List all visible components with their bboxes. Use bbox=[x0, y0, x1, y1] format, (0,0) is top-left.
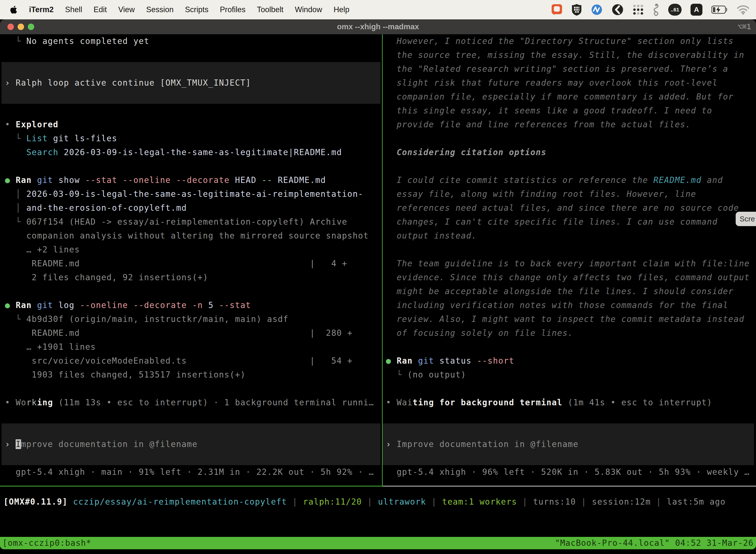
terminal-line: companion analysis without altering the … bbox=[5, 229, 382, 243]
text-segment: --stat bbox=[85, 175, 123, 185]
squiggle-icon[interactable] bbox=[653, 3, 659, 16]
text-segment: changes, I can't cite specific file line… bbox=[386, 217, 717, 227]
text-segment: this single essay, it seems like a good … bbox=[386, 106, 712, 115]
prompt-input-right[interactable]: › Improve documentation in @filename bbox=[383, 424, 754, 465]
text-segment: --oneline bbox=[123, 175, 176, 185]
battery-icon[interactable] bbox=[711, 5, 728, 14]
text-segment: 5 bbox=[208, 300, 219, 310]
terminal-line: └ 4b9d30f (origin/main, instructkr/main,… bbox=[5, 312, 382, 326]
text-segment bbox=[5, 148, 26, 157]
prompt-input-left[interactable]: › Improve documentation in @filename bbox=[1, 424, 380, 465]
notification-sliver[interactable]: Scre bbox=[736, 212, 756, 226]
wifi-icon[interactable] bbox=[737, 5, 750, 15]
terminal-line: evidence. Since this change only affects… bbox=[386, 271, 756, 284]
terminal-line: output instead. bbox=[386, 229, 756, 243]
terminal-line bbox=[386, 243, 756, 257]
terminal-line: I could cite commit statistics or refere… bbox=[386, 173, 756, 187]
text-segment: The team guideline is to back every impo… bbox=[386, 259, 750, 268]
ralph-inject-box: › Ralph loop active continue [OMX_TMUX_I… bbox=[1, 62, 380, 104]
shield-grid-icon[interactable] bbox=[571, 3, 582, 16]
menu-item-window[interactable]: Window bbox=[289, 5, 328, 14]
text-segment: of focusing solely on file lines. bbox=[386, 328, 573, 338]
terminal-line bbox=[5, 382, 382, 396]
text-segment: • bbox=[386, 398, 397, 407]
text-segment: └ bbox=[5, 314, 26, 324]
menu-item-shell[interactable]: Shell bbox=[59, 5, 88, 14]
menu-item-edit[interactable]: Edit bbox=[88, 5, 112, 14]
terminal-line: Considering citation options bbox=[386, 146, 756, 159]
menu-item-help[interactable]: Help bbox=[328, 5, 355, 14]
terminal-line: ● Ran git log --oneline --decorate -n 5 … bbox=[5, 298, 382, 312]
text-segment: git bbox=[37, 175, 58, 185]
text-segment: Wo bbox=[16, 398, 26, 407]
gauge-badge[interactable]: ..61 bbox=[668, 4, 682, 16]
text-segment: git bbox=[37, 300, 58, 310]
omx-status-segment: last:5m ago bbox=[667, 497, 726, 507]
blue-pulse-icon[interactable] bbox=[591, 4, 603, 16]
terminal-line: › Ralph loop active continue [OMX_TMUX_I… bbox=[5, 76, 251, 90]
terminal-line bbox=[5, 48, 382, 62]
text-segment: Ran bbox=[397, 356, 418, 366]
text-cursor: I bbox=[16, 439, 21, 449]
apple-menu-icon[interactable] bbox=[10, 5, 17, 14]
text-segment: Search bbox=[26, 148, 64, 157]
menu-item-toolbelt[interactable]: Toolbelt bbox=[251, 5, 289, 14]
text-segment: mprove documentation in @filename bbox=[21, 439, 198, 449]
omx-status-segment: turns:10 bbox=[533, 497, 576, 507]
terminal-line: … +1901 lines bbox=[5, 340, 382, 354]
terminal-line: └ No agents completed yet bbox=[5, 34, 382, 48]
text-segment: └ bbox=[5, 133, 26, 143]
text-segment: 067f154 (HEAD -> essay/ai-reimplementati… bbox=[26, 217, 347, 227]
window-title: omx --xhigh --madmax bbox=[0, 19, 756, 34]
terminal-line: changes, I can't cite specific file line… bbox=[386, 215, 756, 229]
text-segment: │ bbox=[5, 189, 26, 199]
terminal-line: review. Also, I might want to inspect th… bbox=[386, 312, 756, 326]
menu-item-scripts[interactable]: Scripts bbox=[179, 5, 214, 14]
assistant-badge[interactable]: A bbox=[691, 4, 702, 16]
menu-item-profiles[interactable]: Profiles bbox=[214, 5, 251, 14]
text-segment: ● bbox=[5, 300, 16, 310]
omx-status-segment: | bbox=[517, 497, 533, 507]
text-segment: --short bbox=[477, 356, 514, 366]
menu-item-view[interactable]: View bbox=[113, 5, 141, 14]
menu-item-session[interactable]: Session bbox=[140, 5, 179, 14]
text-segment: ● bbox=[5, 175, 16, 185]
omx-status-segment: | bbox=[287, 497, 303, 507]
text-segment: HEAD bbox=[235, 175, 262, 185]
terminal-line: The team guideline is to back every impo… bbox=[386, 257, 756, 271]
text-segment: --decorate bbox=[133, 300, 192, 310]
menu-item-iterm2[interactable]: iTerm2 bbox=[23, 5, 59, 14]
omx-status-segment: ultrawork bbox=[378, 497, 426, 507]
text-segment: 2026-03-09-is-legal-the-same-as-legitima… bbox=[26, 189, 363, 199]
text-segment: … +1901 lines bbox=[5, 342, 96, 352]
tmux-session-label[interactable]: [omx-cczip0:bash* bbox=[2, 537, 91, 549]
text-segment: git bbox=[418, 356, 439, 366]
tmux-pane-left[interactable]: └ No agents completed yet› Ralph loop ac… bbox=[0, 34, 382, 486]
text-segment: ting for background terminal bbox=[413, 398, 563, 407]
omx-status-segment: session:12m bbox=[592, 497, 650, 507]
text-segment: gpt-5.4 xhigh · 96% left · 520K in · 5.8… bbox=[386, 467, 750, 477]
terminal-line: • Waiting for background terminal (1m 41… bbox=[386, 396, 756, 409]
terminal-area: └ No agents completed yet› Ralph loop ac… bbox=[0, 34, 756, 486]
dark-chevron-icon[interactable] bbox=[612, 4, 624, 16]
terminal-line: gpt-5.4 xhigh · main · 91% left · 2.31M … bbox=[5, 465, 382, 479]
active-pane-border bbox=[0, 486, 383, 487]
text-segment: (1m 41s • esc to interrupt) bbox=[563, 398, 712, 407]
text-segment: Ralph loop active continue [OMX_TMUX_INJ… bbox=[16, 78, 251, 88]
omx-status-segment: | bbox=[362, 497, 378, 507]
window-title-bar[interactable]: omx --xhigh --madmax ⌥⌘1 bbox=[0, 19, 756, 34]
terminal-line: ● Ran git status --short bbox=[386, 354, 756, 368]
terminal-line: 1903 files changed, 513517 insertions(+) bbox=[5, 368, 382, 382]
terminal-line bbox=[386, 131, 756, 146]
text-segment: No agents completed yet bbox=[26, 36, 149, 46]
text-segment: (no output) bbox=[407, 370, 466, 380]
terminal-line: including verification notes with those … bbox=[386, 298, 756, 312]
text-segment: │ bbox=[5, 203, 26, 213]
text-segment: README.md | 280 + bbox=[5, 328, 353, 338]
chat-app-icon[interactable] bbox=[551, 4, 563, 16]
text-segment: (11m 13s • esc to interrupt) · 1 backgro… bbox=[53, 398, 374, 407]
terminal-line: the source tree, missing the essay. Stil… bbox=[386, 48, 756, 62]
dots-grid-icon[interactable] bbox=[632, 4, 644, 15]
tmux-pane-right[interactable]: However, I noticed the "Directory Struct… bbox=[383, 34, 756, 486]
text-segment: List bbox=[26, 133, 53, 143]
